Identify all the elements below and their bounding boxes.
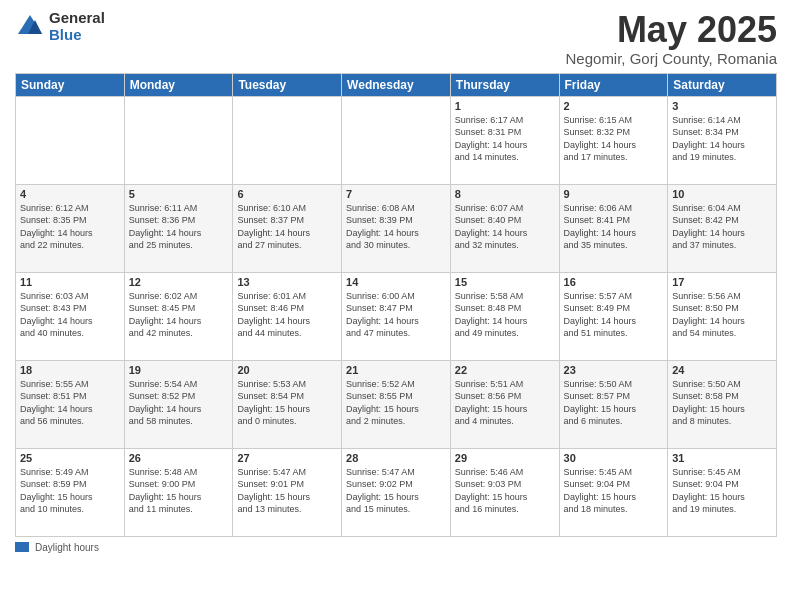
day-info: Sunrise: 6:10 AM Sunset: 8:37 PM Dayligh… xyxy=(237,202,337,252)
day-info: Sunrise: 6:12 AM Sunset: 8:35 PM Dayligh… xyxy=(20,202,120,252)
table-row xyxy=(16,96,125,184)
day-number: 13 xyxy=(237,276,337,288)
table-row: 1Sunrise: 6:17 AM Sunset: 8:31 PM Daylig… xyxy=(450,96,559,184)
day-info: Sunrise: 6:17 AM Sunset: 8:31 PM Dayligh… xyxy=(455,114,555,164)
logo-icon xyxy=(15,12,45,42)
day-number: 7 xyxy=(346,188,446,200)
day-info: Sunrise: 6:01 AM Sunset: 8:46 PM Dayligh… xyxy=(237,290,337,340)
day-info: Sunrise: 5:47 AM Sunset: 9:02 PM Dayligh… xyxy=(346,466,446,516)
day-number: 9 xyxy=(564,188,664,200)
day-info: Sunrise: 6:00 AM Sunset: 8:47 PM Dayligh… xyxy=(346,290,446,340)
day-number: 20 xyxy=(237,364,337,376)
table-row: 9Sunrise: 6:06 AM Sunset: 8:41 PM Daylig… xyxy=(559,184,668,272)
day-number: 23 xyxy=(564,364,664,376)
day-info: Sunrise: 6:15 AM Sunset: 8:32 PM Dayligh… xyxy=(564,114,664,164)
day-number: 30 xyxy=(564,452,664,464)
title-block: May 2025 Negomir, Gorj County, Romania xyxy=(566,10,777,67)
calendar-week-row: 1Sunrise: 6:17 AM Sunset: 8:31 PM Daylig… xyxy=(16,96,777,184)
day-info: Sunrise: 5:50 AM Sunset: 8:58 PM Dayligh… xyxy=(672,378,772,428)
table-row: 14Sunrise: 6:00 AM Sunset: 8:47 PM Dayli… xyxy=(342,272,451,360)
day-number: 31 xyxy=(672,452,772,464)
day-info: Sunrise: 5:49 AM Sunset: 8:59 PM Dayligh… xyxy=(20,466,120,516)
calendar-week-row: 11Sunrise: 6:03 AM Sunset: 8:43 PM Dayli… xyxy=(16,272,777,360)
day-number: 18 xyxy=(20,364,120,376)
logo-general-text: General xyxy=(49,10,105,27)
day-info: Sunrise: 5:53 AM Sunset: 8:54 PM Dayligh… xyxy=(237,378,337,428)
day-number: 4 xyxy=(20,188,120,200)
legend-box xyxy=(15,542,29,552)
day-number: 29 xyxy=(455,452,555,464)
day-info: Sunrise: 5:48 AM Sunset: 9:00 PM Dayligh… xyxy=(129,466,229,516)
table-row: 10Sunrise: 6:04 AM Sunset: 8:42 PM Dayli… xyxy=(668,184,777,272)
day-number: 14 xyxy=(346,276,446,288)
table-row: 6Sunrise: 6:10 AM Sunset: 8:37 PM Daylig… xyxy=(233,184,342,272)
table-row: 25Sunrise: 5:49 AM Sunset: 8:59 PM Dayli… xyxy=(16,448,125,536)
calendar-week-row: 25Sunrise: 5:49 AM Sunset: 8:59 PM Dayli… xyxy=(16,448,777,536)
table-row: 23Sunrise: 5:50 AM Sunset: 8:57 PM Dayli… xyxy=(559,360,668,448)
day-number: 26 xyxy=(129,452,229,464)
day-number: 24 xyxy=(672,364,772,376)
calendar-week-row: 18Sunrise: 5:55 AM Sunset: 8:51 PM Dayli… xyxy=(16,360,777,448)
table-row xyxy=(124,96,233,184)
table-row: 11Sunrise: 6:03 AM Sunset: 8:43 PM Dayli… xyxy=(16,272,125,360)
table-row: 4Sunrise: 6:12 AM Sunset: 8:35 PM Daylig… xyxy=(16,184,125,272)
header: General Blue May 2025 Negomir, Gorj Coun… xyxy=(15,10,777,67)
table-row: 18Sunrise: 5:55 AM Sunset: 8:51 PM Dayli… xyxy=(16,360,125,448)
daylight-hours-label: Daylight hours xyxy=(35,542,99,553)
logo: General Blue xyxy=(15,10,105,43)
day-number: 19 xyxy=(129,364,229,376)
day-info: Sunrise: 5:58 AM Sunset: 8:48 PM Dayligh… xyxy=(455,290,555,340)
table-row: 29Sunrise: 5:46 AM Sunset: 9:03 PM Dayli… xyxy=(450,448,559,536)
table-row: 24Sunrise: 5:50 AM Sunset: 8:58 PM Dayli… xyxy=(668,360,777,448)
day-info: Sunrise: 5:51 AM Sunset: 8:56 PM Dayligh… xyxy=(455,378,555,428)
day-info: Sunrise: 5:52 AM Sunset: 8:55 PM Dayligh… xyxy=(346,378,446,428)
day-number: 22 xyxy=(455,364,555,376)
day-number: 1 xyxy=(455,100,555,112)
table-row: 3Sunrise: 6:14 AM Sunset: 8:34 PM Daylig… xyxy=(668,96,777,184)
day-number: 27 xyxy=(237,452,337,464)
col-friday: Friday xyxy=(559,73,668,96)
logo-blue-text: Blue xyxy=(49,27,105,44)
day-info: Sunrise: 6:07 AM Sunset: 8:40 PM Dayligh… xyxy=(455,202,555,252)
table-row: 12Sunrise: 6:02 AM Sunset: 8:45 PM Dayli… xyxy=(124,272,233,360)
col-tuesday: Tuesday xyxy=(233,73,342,96)
day-info: Sunrise: 5:50 AM Sunset: 8:57 PM Dayligh… xyxy=(564,378,664,428)
day-number: 25 xyxy=(20,452,120,464)
col-thursday: Thursday xyxy=(450,73,559,96)
table-row: 27Sunrise: 5:47 AM Sunset: 9:01 PM Dayli… xyxy=(233,448,342,536)
calendar-header-row: Sunday Monday Tuesday Wednesday Thursday… xyxy=(16,73,777,96)
col-saturday: Saturday xyxy=(668,73,777,96)
day-info: Sunrise: 5:45 AM Sunset: 9:04 PM Dayligh… xyxy=(672,466,772,516)
table-row: 2Sunrise: 6:15 AM Sunset: 8:32 PM Daylig… xyxy=(559,96,668,184)
day-number: 8 xyxy=(455,188,555,200)
location-subtitle: Negomir, Gorj County, Romania xyxy=(566,50,777,67)
day-number: 12 xyxy=(129,276,229,288)
day-info: Sunrise: 5:54 AM Sunset: 8:52 PM Dayligh… xyxy=(129,378,229,428)
col-wednesday: Wednesday xyxy=(342,73,451,96)
day-number: 16 xyxy=(564,276,664,288)
day-number: 5 xyxy=(129,188,229,200)
day-info: Sunrise: 6:14 AM Sunset: 8:34 PM Dayligh… xyxy=(672,114,772,164)
table-row: 22Sunrise: 5:51 AM Sunset: 8:56 PM Dayli… xyxy=(450,360,559,448)
day-number: 21 xyxy=(346,364,446,376)
table-row: 20Sunrise: 5:53 AM Sunset: 8:54 PM Dayli… xyxy=(233,360,342,448)
day-number: 2 xyxy=(564,100,664,112)
day-info: Sunrise: 6:04 AM Sunset: 8:42 PM Dayligh… xyxy=(672,202,772,252)
day-number: 11 xyxy=(20,276,120,288)
day-info: Sunrise: 6:03 AM Sunset: 8:43 PM Dayligh… xyxy=(20,290,120,340)
day-info: Sunrise: 5:55 AM Sunset: 8:51 PM Dayligh… xyxy=(20,378,120,428)
table-row: 17Sunrise: 5:56 AM Sunset: 8:50 PM Dayli… xyxy=(668,272,777,360)
footer: Daylight hours xyxy=(15,542,777,553)
day-info: Sunrise: 6:02 AM Sunset: 8:45 PM Dayligh… xyxy=(129,290,229,340)
calendar-table: Sunday Monday Tuesday Wednesday Thursday… xyxy=(15,73,777,537)
col-sunday: Sunday xyxy=(16,73,125,96)
table-row: 26Sunrise: 5:48 AM Sunset: 9:00 PM Dayli… xyxy=(124,448,233,536)
table-row xyxy=(233,96,342,184)
day-number: 6 xyxy=(237,188,337,200)
table-row: 30Sunrise: 5:45 AM Sunset: 9:04 PM Dayli… xyxy=(559,448,668,536)
table-row: 5Sunrise: 6:11 AM Sunset: 8:36 PM Daylig… xyxy=(124,184,233,272)
day-info: Sunrise: 5:57 AM Sunset: 8:49 PM Dayligh… xyxy=(564,290,664,340)
table-row: 8Sunrise: 6:07 AM Sunset: 8:40 PM Daylig… xyxy=(450,184,559,272)
page: General Blue May 2025 Negomir, Gorj Coun… xyxy=(0,0,792,612)
table-row: 13Sunrise: 6:01 AM Sunset: 8:46 PM Dayli… xyxy=(233,272,342,360)
